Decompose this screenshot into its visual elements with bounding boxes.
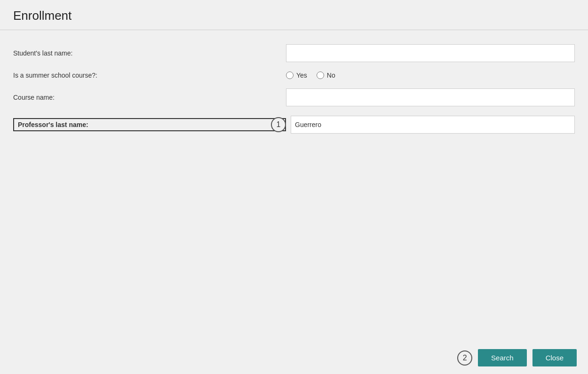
no-radio-label: No <box>327 72 335 79</box>
header-actions <box>564 14 577 18</box>
student-last-name-row: Student's last name: <box>13 44 575 62</box>
professor-last-name-input[interactable] <box>291 116 575 134</box>
student-last-name-input[interactable] <box>286 44 575 62</box>
yes-radio[interactable] <box>286 72 294 79</box>
step-badge-2: 2 <box>457 350 472 366</box>
dialog-header: Enrollment <box>0 0 588 30</box>
yes-radio-option[interactable]: Yes <box>286 72 307 79</box>
close-dialog-button[interactable]: Close <box>532 349 577 366</box>
summer-school-radio-group: Yes No <box>286 72 335 79</box>
summer-school-label: Is a summer school course?: <box>13 72 286 79</box>
search-button[interactable]: Search <box>478 349 527 366</box>
summer-school-row: Is a summer school course?: Yes No <box>13 72 575 79</box>
dialog-footer: 2 Search Close <box>0 342 588 374</box>
enrollment-dialog: Enrollment Student's last name: <box>0 0 588 374</box>
dialog-body: Student's last name: Is a summer school … <box>0 30 588 342</box>
expand-button[interactable] <box>564 14 568 18</box>
dialog-title: Enrollment <box>13 8 72 23</box>
course-name-row: Course name: <box>13 88 575 106</box>
no-radio-option[interactable]: No <box>317 72 335 79</box>
course-name-input[interactable] <box>286 88 575 106</box>
professor-label-area: Professor's last name: <box>13 118 271 131</box>
student-last-name-label: Student's last name: <box>13 49 286 57</box>
no-radio[interactable] <box>317 72 324 79</box>
course-name-label: Course name: <box>13 94 286 101</box>
professor-last-name-row: Professor's last name: 1 <box>13 116 575 134</box>
close-button[interactable] <box>573 14 577 18</box>
professor-last-name-label: Professor's last name: <box>13 118 286 131</box>
yes-radio-label: Yes <box>296 72 307 79</box>
step-badge-1: 1 <box>271 117 286 132</box>
